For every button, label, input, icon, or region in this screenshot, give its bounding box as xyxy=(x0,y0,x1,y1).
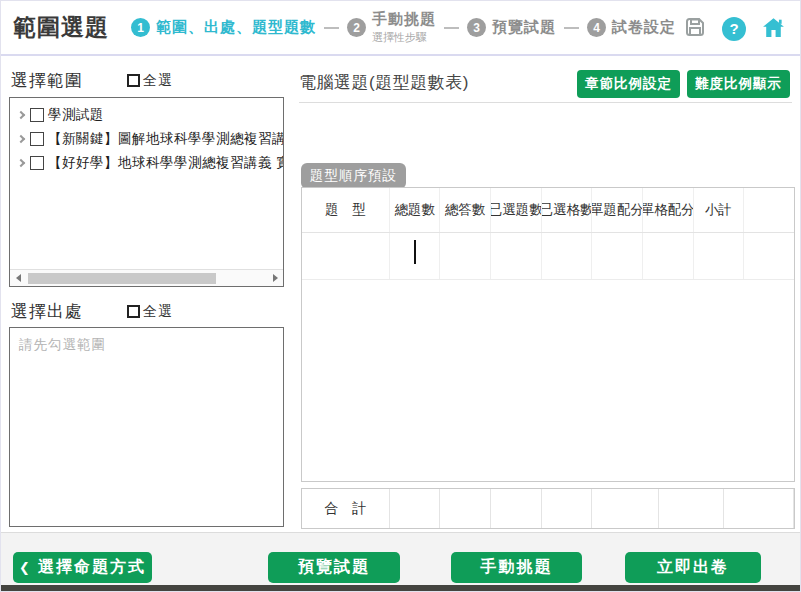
tree-item-label: 學測試題 xyxy=(48,106,104,124)
difficulty-ratio-button[interactable]: 難度比例顯示 xyxy=(687,70,790,98)
save-icon xyxy=(683,15,707,42)
horizontal-scrollbar[interactable] xyxy=(10,269,283,286)
bottom-edge-strip xyxy=(1,585,800,591)
home-icon xyxy=(761,15,786,43)
preview-questions-button[interactable]: 預覽試題 xyxy=(268,552,400,583)
range-panel-title: 選擇範圍 xyxy=(11,69,83,92)
step-labels: 範圍、出處、題型題數 xyxy=(156,18,316,37)
range-select-all-checkbox[interactable] xyxy=(127,74,140,87)
chevron-right-icon xyxy=(17,159,25,167)
scrollbar-track[interactable] xyxy=(26,270,267,286)
step-separator xyxy=(564,27,579,29)
step-label: 試卷設定 xyxy=(612,18,676,37)
table-data-cell[interactable] xyxy=(491,233,542,279)
step-label: 範圍、出處、題型題數 xyxy=(156,18,316,37)
help-button[interactable]: ? xyxy=(721,16,747,42)
expand-arrow-icon[interactable] xyxy=(14,112,28,118)
source-select-all-label: 全選 xyxy=(143,303,173,321)
tree-item-checkbox[interactable] xyxy=(30,132,44,146)
step-1[interactable]: 1範圍、出處、題型題數 xyxy=(131,18,316,37)
table-data-cell[interactable] xyxy=(542,233,593,279)
step-labels: 試卷設定 xyxy=(612,18,676,37)
range-select-all-label: 全選 xyxy=(143,72,173,90)
total-label-cell: 合 計 xyxy=(302,489,390,528)
table-data-row[interactable] xyxy=(302,233,794,280)
step-number-badge: 1 xyxy=(131,18,150,37)
step-sublabel: 選擇性步驟 xyxy=(372,30,436,45)
manual-pick-button[interactable]: 手動挑題 xyxy=(451,552,582,583)
chapter-ratio-button[interactable]: 章節比例設定 xyxy=(577,70,680,98)
question-type-table: 題 型總題數總答數已選題數已選格數單題配分單格配分小計 xyxy=(301,187,795,482)
table-header-cell xyxy=(744,188,794,232)
table-data-cell[interactable] xyxy=(592,233,643,279)
page-title: 範圍選題 xyxy=(13,12,109,43)
step-2[interactable]: 2手動挑題選擇性步驟 xyxy=(347,10,436,45)
step-3[interactable]: 3預覽試題 xyxy=(467,18,556,37)
table-data-cell[interactable] xyxy=(390,233,440,279)
table-header-cell: 題 型 xyxy=(302,188,390,232)
table-data-cell[interactable] xyxy=(440,233,491,279)
step-label: 預覽試題 xyxy=(492,18,556,37)
right-panel-divider xyxy=(299,102,792,103)
back-button-label: 選擇命題方式 xyxy=(38,557,146,578)
stepper: 1範圍、出處、題型題數2手動挑題選擇性步驟3預覽試題4試卷設定 xyxy=(131,10,676,45)
chevron-right-icon xyxy=(17,111,25,119)
chevron-left-icon: ❮ xyxy=(19,560,32,575)
tree-item[interactable]: 【新關鍵】圖解地球科學學測總複習講義 xyxy=(14,127,283,151)
table-header-cell: 已選題數 xyxy=(491,188,542,232)
chevron-right-icon xyxy=(17,135,25,143)
help-icon: ? xyxy=(722,17,746,41)
ratio-buttons: 章節比例設定 難度比例顯示 xyxy=(577,70,790,98)
range-select-all[interactable]: 全選 xyxy=(127,72,173,90)
table-total-row: 合 計 xyxy=(302,489,794,528)
table-data-cell[interactable] xyxy=(744,233,794,279)
total-value-cell xyxy=(659,489,724,528)
tree-item[interactable]: 學測試題 xyxy=(14,103,283,127)
step-number-badge: 3 xyxy=(467,18,486,37)
scroll-right-arrow-icon[interactable] xyxy=(267,270,283,286)
total-value-cell xyxy=(491,489,542,528)
total-value-cell xyxy=(440,489,491,528)
total-value-cell xyxy=(542,489,593,528)
step-separator xyxy=(324,27,339,29)
tree-item-label: 【新關鍵】圖解地球科學學測總複習講義 xyxy=(48,130,283,148)
scrollbar-thumb[interactable] xyxy=(28,273,216,284)
table-header-cell: 單格配分 xyxy=(643,188,694,232)
type-order-preset-button[interactable]: 題型順序預設 xyxy=(301,163,406,189)
step-number-badge: 4 xyxy=(587,18,606,37)
step-labels: 預覽試題 xyxy=(492,18,556,37)
step-separator xyxy=(444,27,459,29)
table-data-cell[interactable] xyxy=(643,233,694,279)
generate-paper-button[interactable]: 立即出卷 xyxy=(625,552,761,583)
tree-item-label: 【好好學】地球科學學測總複習講義 實力 xyxy=(48,154,283,172)
expand-arrow-icon[interactable] xyxy=(14,160,28,166)
table-header-row: 題 型總題數總答數已選題數已選格數單題配分單格配分小計 xyxy=(302,188,794,233)
scroll-left-arrow-icon[interactable] xyxy=(10,270,26,286)
range-panel-head: 選擇範圍 全選 xyxy=(11,69,173,92)
home-button[interactable] xyxy=(760,16,786,42)
range-tree-box: 學測試題【新關鍵】圖解地球科學學測總複習講義【好好學】地球科學學測總複習講義 實… xyxy=(9,97,284,287)
tree-item-checkbox[interactable] xyxy=(30,156,44,170)
computer-select-title: 電腦選題(題型題數表) xyxy=(299,71,469,94)
back-to-method-button[interactable]: ❮ 選擇命題方式 xyxy=(13,552,152,583)
table-header-cell: 小計 xyxy=(694,188,744,232)
source-panel-head: 選擇出處 全選 xyxy=(11,300,173,323)
total-value-cell xyxy=(390,489,441,528)
footer-bar: ❮ 選擇命題方式 預覽試題 手動挑題 立即出卷 xyxy=(1,532,800,587)
tree-item-checkbox[interactable] xyxy=(30,108,44,122)
source-select-all-checkbox[interactable] xyxy=(127,305,140,318)
step-4[interactable]: 4試卷設定 xyxy=(587,18,676,37)
table-header-cell: 已選格數 xyxy=(542,188,593,232)
source-list-box: 請先勾選範圍 xyxy=(9,327,284,527)
step-number-badge: 2 xyxy=(347,18,366,37)
step-labels: 手動挑題選擇性步驟 xyxy=(372,10,436,45)
save-button[interactable] xyxy=(682,16,708,42)
total-value-cell xyxy=(592,489,659,528)
text-caret xyxy=(414,240,416,264)
table-header-cell: 單題配分 xyxy=(592,188,643,232)
tree-item[interactable]: 【好好學】地球科學學測總複習講義 實力 xyxy=(14,151,283,175)
table-data-cell[interactable] xyxy=(694,233,744,279)
table-data-cell[interactable] xyxy=(302,233,390,279)
expand-arrow-icon[interactable] xyxy=(14,136,28,142)
source-select-all[interactable]: 全選 xyxy=(127,303,173,321)
